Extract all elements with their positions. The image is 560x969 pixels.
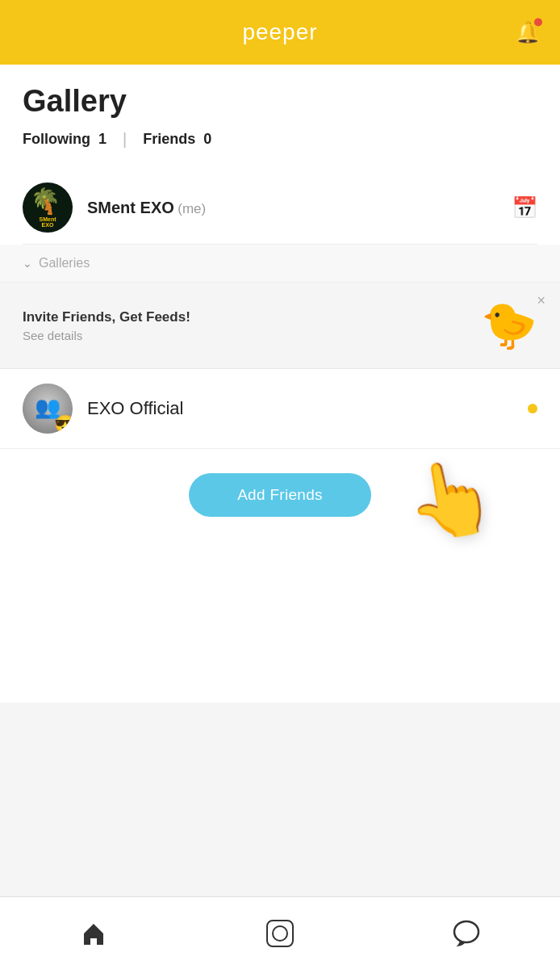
invite-title: Invite Friends, Get Feeds! [23, 309, 471, 325]
close-banner-button[interactable]: × [537, 292, 545, 309]
calendar-icon[interactable]: 📅 [512, 195, 537, 220]
exo-name: EXO Official [87, 398, 183, 419]
cursor-hand-icon: 👆 [399, 450, 503, 549]
exo-avatar: 👥 😎 [23, 384, 73, 434]
chick-icon: 🐤 [481, 299, 537, 352]
friends-count: 0 [203, 131, 211, 147]
app-header: peeper 🔔 [0, 0, 560, 65]
list-section: 👥 😎 EXO Official [0, 369, 560, 449]
online-indicator [528, 404, 537, 413]
palm-tree-icon: 🌴 [31, 187, 56, 212]
camera-icon [266, 920, 294, 947]
add-friends-section: Add Friends 👆 [0, 449, 560, 541]
nav-home[interactable] [0, 897, 186, 969]
svg-point-2 [454, 921, 479, 942]
invite-subtitle[interactable]: See details [23, 329, 471, 342]
galleries-row[interactable]: ⌄ Galleries [0, 245, 560, 283]
nav-chat[interactable] [374, 897, 560, 969]
user-info: SMent EXO (me) [87, 199, 512, 217]
invite-banner: Invite Friends, Get Feeds! See details 🐤… [0, 283, 560, 369]
following-stat: Following 1 [23, 131, 107, 148]
main-content: Gallery Following 1 | Friends 0 🌴 SMentE… [0, 65, 560, 245]
notification-dot [534, 19, 542, 27]
exo-list-item[interactable]: 👥 😎 EXO Official [0, 369, 560, 449]
home-icon [80, 920, 107, 947]
app-title: peeper [242, 19, 317, 45]
sunglasses-emoji: 😎 [54, 414, 73, 434]
following-count: 1 [98, 131, 107, 147]
bottom-nav [0, 896, 560, 969]
follow-stats: Following 1 | Friends 0 [23, 130, 537, 149]
chat-icon [452, 920, 481, 947]
galleries-label: Galleries [39, 256, 90, 271]
user-row[interactable]: 🌴 SMentEXO SMent EXO (me) 📅 [23, 171, 537, 245]
page-title: Gallery [23, 84, 537, 119]
nav-gallery[interactable] [186, 897, 373, 969]
add-friends-button[interactable]: Add Friends [189, 473, 371, 517]
user-avatar: 🌴 SMentEXO [23, 182, 73, 233]
empty-space [0, 541, 560, 703]
invite-content: Invite Friends, Get Feeds! See details [23, 309, 471, 342]
friends-stat: Friends 0 [143, 131, 211, 148]
chevron-down-icon: ⌄ [23, 257, 32, 270]
notification-bell[interactable]: 🔔 [515, 20, 541, 45]
user-me-label: (me) [178, 201, 206, 216]
stat-divider: | [123, 130, 127, 149]
user-name: SMent EXO [87, 199, 174, 216]
